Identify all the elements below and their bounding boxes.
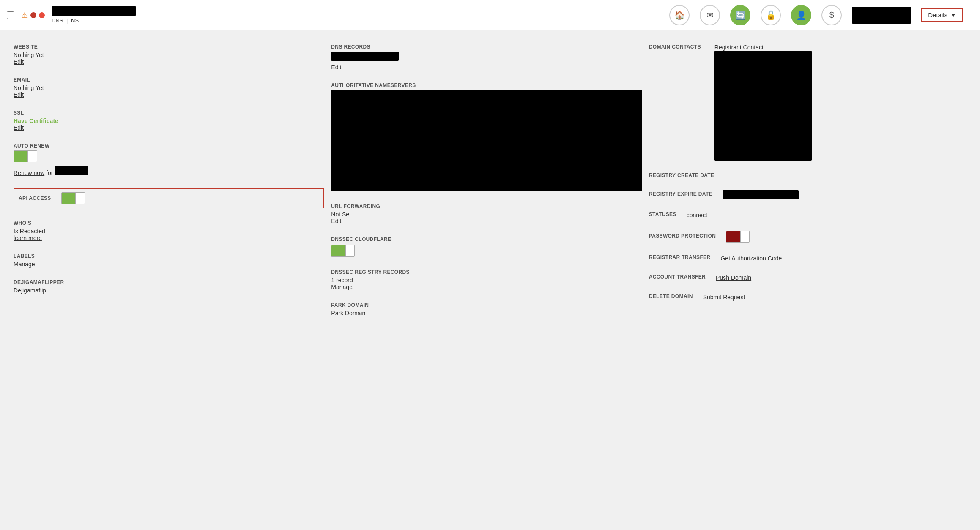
unlock-button[interactable]: 🔓 [761,5,781,25]
url-forwarding-row: URL FORWARDING Not Set Edit [331,203,642,224]
auto-renew-toggle[interactable] [14,150,37,162]
account-name-redacted [852,7,911,24]
whois-value: Is Redacted [14,228,324,235]
get-auth-code-link[interactable]: Get Authorization Code [720,255,782,262]
email-label: EMAIL [14,77,324,83]
dns-records-label: DNS RECORDS [331,44,642,50]
registry-expire-row: REGISTRY EXPIRE DATE [649,190,960,199]
dnssec-registry-value: 1 record [331,277,642,284]
account-transfer-row: ACCOUNT TRANSFER Push Domain [649,274,960,281]
registrar-transfer-label: REGISTRAR TRANSFER [649,254,711,260]
left-column: WEBSITE Nothing Yet Edit EMAIL Nothing Y… [14,41,331,332]
delete-domain-label: DELETE DOMAIN [649,293,693,299]
registry-create-row: REGISTRY CREATE DATE [649,172,960,178]
dns-link[interactable]: DNS [52,17,63,24]
dns-ns-links: DNS | NS [52,17,136,24]
submit-request-link[interactable]: Submit Request [703,294,745,301]
renew-now-link[interactable]: Renew now [14,169,44,176]
auto-renew-label: AUTO RENEW [14,143,324,149]
email-icon: ✉ [706,10,714,20]
password-protection-label: PASSWORD PROTECTION [649,233,716,239]
middle-column: DNS RECORDS Edit AUTHORITATIVE NAMESERVE… [331,41,649,332]
ssl-label: SSL [14,110,324,116]
dnssec-registry-row: DNSSEC registry records 1 record Manage [331,269,642,290]
email-value: Nothing Yet [14,85,324,91]
api-access-label: API ACCESS [19,195,51,201]
dns-records-edit-link[interactable]: Edit [331,64,341,71]
dot-icon-red [30,12,36,18]
api-access-toggle[interactable] [61,192,85,204]
page-header: ⚠ DNS | NS 🏠 ✉ 🔄 🔓 👤 $ Det [0,0,980,30]
dnssec-registry-manage-link[interactable]: Manage [331,284,353,290]
park-domain-row: PARK DOMAIN Park Domain [331,302,642,317]
ssl-row: SSL Have Certificate Edit [14,110,324,131]
website-row: WEBSITE Nothing Yet Edit [14,44,324,65]
statuses-row: STATUSES connect [649,211,960,219]
dnssec-cloudflare-toggle[interactable] [331,245,355,257]
url-forwarding-value: Not Set [331,211,642,218]
dejigamaflipper-link[interactable]: Dejigamaflip [14,287,46,294]
labels-manage-link[interactable]: Manage [14,261,35,268]
toggle-on-part [14,151,27,162]
dot-icon-pink [39,12,45,18]
website-edit-link[interactable]: Edit [14,58,24,65]
dnssec-cloudflare-row: DNSSEC cloudflare [331,236,642,257]
user-icon: 👤 [796,10,807,20]
main-content: WEBSITE Nothing Yet Edit EMAIL Nothing Y… [0,30,980,342]
api-toggle-off [75,193,85,204]
domain-checkbox[interactable] [7,11,14,19]
chevron-down-icon: ▼ [950,11,956,19]
statuses-value: connect [687,212,707,219]
registry-create-label: REGISTRY CREATE DATE [649,172,960,178]
website-value: Nothing Yet [14,52,324,58]
url-forwarding-label: URL FORWARDING [331,203,642,209]
ssl-edit-link[interactable]: Edit [14,124,24,131]
renew-amount-redacted [55,166,88,175]
whois-row: WHOIS Is Redacted learn more [14,220,324,241]
domain-contacts-label: DOMAIN CONTACTS [649,44,701,50]
domain-name-redacted [52,6,136,16]
park-domain-link[interactable]: Park Domain [331,310,365,317]
nameservers-row: AUTHORITATIVE NAMESERVERS [331,82,642,191]
user-button[interactable]: 👤 [791,5,811,25]
dollar-icon: $ [829,10,834,20]
unlock-icon: 🔓 [766,10,776,20]
push-domain-link[interactable]: Push Domain [716,274,751,281]
pw-toggle-on [726,231,740,242]
refresh-button[interactable]: 🔄 [730,5,750,25]
api-toggle-on [62,193,75,204]
dns-records-value-redacted [331,52,399,61]
nav-icons: 🏠 ✉ 🔄 🔓 👤 $ Details ▼ [669,5,963,25]
labels-label: LABELS [14,253,324,259]
domain-info: DNS | NS [52,6,136,24]
nameservers-label: AUTHORITATIVE NAMESERVERS [331,82,642,88]
home-icon: 🏠 [674,10,685,20]
email-row: EMAIL Nothing Yet Edit [14,77,324,98]
statuses-label: STATUSES [649,211,676,217]
pw-toggle-off [740,231,750,242]
nameservers-redacted [331,90,642,191]
email-edit-link[interactable]: Edit [14,91,24,98]
registry-expire-value-redacted [723,190,799,199]
details-button[interactable]: Details ▼ [921,8,963,22]
details-label: Details [928,11,947,19]
refresh-icon: 🔄 [735,10,746,20]
park-domain-label: PARK DOMAIN [331,302,642,308]
url-forwarding-edit-link[interactable]: Edit [331,218,341,224]
home-button[interactable]: 🏠 [669,5,690,25]
dnssec-toggle-on [331,245,345,256]
labels-row: LABELS Manage [14,253,324,268]
toggle-off-part [27,151,37,162]
whois-learn-more-link[interactable]: learn more [14,235,42,241]
dejigamaflipper-row: DEJIGAMAFLIPPER Dejigamaflip [14,279,324,294]
registry-expire-label: REGISTRY EXPIRE DATE [649,191,712,197]
ns-link[interactable]: NS [71,17,79,24]
dnssec-toggle-off [345,245,355,256]
domain-contacts-row: DOMAIN CONTACTS Registrant Contact [649,44,960,161]
dns-ns-separator: | [66,17,69,24]
website-label: WEBSITE [14,44,324,50]
email-button[interactable]: ✉ [700,5,720,25]
password-protection-toggle[interactable] [726,231,750,243]
dollar-button[interactable]: $ [821,5,842,25]
registrant-contact-redacted [714,51,812,161]
